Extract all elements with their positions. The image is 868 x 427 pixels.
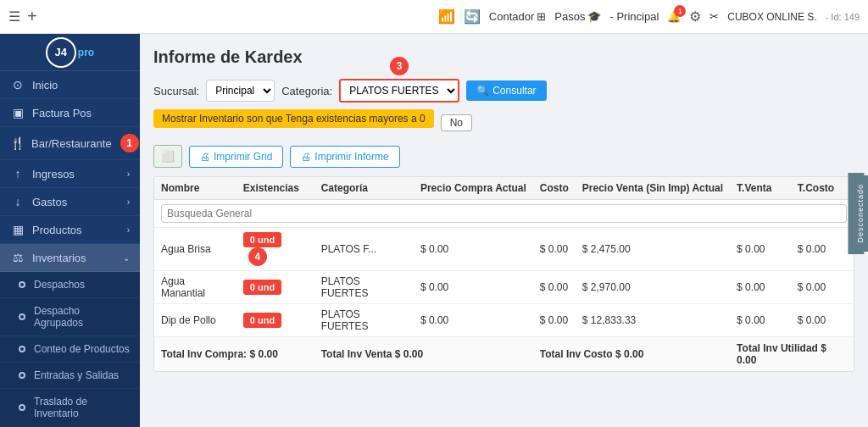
info-bar: Mostrar Inventario son que Tenga existen… <box>153 109 434 128</box>
sidebar-label-traslado: Traslado de Inventario <box>34 396 130 419</box>
menu-icon[interactable]: ☰ <box>8 8 20 25</box>
sidebar-label-gastos: Gastos <box>32 196 120 208</box>
cell-tventa-2: $ 0.00 <box>730 304 791 337</box>
settings-icon[interactable]: ⚙ <box>689 8 701 25</box>
logo-j4: J4 <box>55 46 67 58</box>
sidebar-item-factura-pos[interactable]: ▣ Factura Pos <box>0 99 140 127</box>
cell-costo-1: $ 0.00 <box>533 271 576 304</box>
sucursal-select[interactable]: Principal <box>206 80 275 102</box>
bar-icon: 🍴 <box>10 136 25 150</box>
kardex-table-wrapper: Nombre Existencias Categoría Precio Comp… <box>153 176 854 372</box>
action-row: ⬜ 🖨 Imprimir Grid 🖨 Imprimir Informe <box>153 145 854 168</box>
cell-costo-0: $ 0.00 <box>533 228 576 271</box>
sidebar-item-productos[interactable]: ▦ Productos › <box>0 216 140 244</box>
info-text: Mostrar Inventario son que Tenga existen… <box>162 113 426 125</box>
categoria-select[interactable]: PLATOS FUERTES <box>339 79 459 103</box>
cell-costo-2: $ 0.00 <box>533 304 576 337</box>
imprimir-informe-button[interactable]: 🖨 Imprimir Informe <box>290 146 399 168</box>
sidebar-item-conteo-productos[interactable]: Conteo de Productos <box>0 336 140 363</box>
sidebar-item-bar-restaurante[interactable]: 🍴 Bar/Restaurante 1 › <box>0 127 140 160</box>
table-search-row <box>154 200 854 228</box>
notifications[interactable]: 🔔 1 <box>667 10 681 23</box>
pasos-hat-icon: 🎓 <box>587 10 601 23</box>
cell-categoria-0: PLATOS F... <box>314 228 414 271</box>
pasos-label: Pasos <box>554 10 585 23</box>
annotation-3: 3 <box>390 57 409 75</box>
sidebar-item-ingresos[interactable]: ↑ Ingresos › <box>0 160 140 188</box>
sidebar-label-despachos: Despachos <box>34 279 130 291</box>
kardex-table: Nombre Existencias Categoría Precio Comp… <box>154 177 854 371</box>
sync-icon[interactable]: 🔄 <box>464 8 481 25</box>
sidebar-item-gastos[interactable]: ↓ Gastos › <box>0 188 140 216</box>
total-inv-utilidad: Total Inv Utilidad $ 0.00 <box>730 337 854 372</box>
inventarios-arrow: ⌄ <box>123 253 130 263</box>
factura-icon: ▣ <box>10 106 25 119</box>
content-area: Informe de Kardex Sucursal: Principal Ca… <box>140 34 868 427</box>
sidebar-label-inventarios: Inventarios <box>32 252 116 264</box>
sidebar-label-productos: Productos <box>32 224 120 236</box>
ingresos-arrow: › <box>127 169 130 179</box>
sidebar-item-inventarios[interactable]: ⚖ Inventarios ⌄ <box>0 244 140 272</box>
print-informe-icon: 🖨 <box>301 151 311 163</box>
cell-nombre-0: Agua Brisa <box>154 228 236 271</box>
search-input[interactable] <box>161 204 847 223</box>
sidebar-item-despachos[interactable]: Despachos <box>0 272 140 298</box>
annotation-4: 4 <box>248 247 267 266</box>
sucursal-label: Sucursal: <box>153 85 199 97</box>
no-button[interactable]: No <box>441 114 472 131</box>
desconectado-bar-fixed: Desconectado <box>853 175 868 252</box>
despacho-agrupados-dot <box>19 313 25 320</box>
totals-row: Total Inv Compra: $ 0.00 Total Inv Venta… <box>154 337 854 372</box>
categoria-label: Categoria: <box>281 85 332 97</box>
col-precio-compra: Precio Compra Actual <box>414 177 533 200</box>
notification-count: 1 <box>674 5 686 17</box>
col-tventa: T.Venta <box>730 177 791 200</box>
existencias-badge-2: 0 und <box>243 313 281 328</box>
despachos-dot <box>19 281 25 288</box>
table-row: Dip de Pollo 0 und PLATOS FUERTES $ 0.00… <box>154 304 854 337</box>
traslado-dot <box>19 404 25 411</box>
conteo-dot <box>19 346 25 352</box>
pasos-section: Pasos 🎓 <box>554 10 601 23</box>
logo-pro: pro <box>78 47 94 58</box>
cell-categoria-2: PLATOS FUERTES <box>314 304 414 337</box>
add-icon[interactable]: + <box>27 7 37 26</box>
cell-precio-venta-0: $ 2,475.00 <box>576 228 730 271</box>
cell-categoria-1: PLATOS FUERTES <box>314 271 414 304</box>
inicio-icon: ⊙ <box>10 78 25 92</box>
existencias-badge-0: 0 und <box>243 232 281 247</box>
cell-nombre-1: Agua Manantial <box>154 271 236 304</box>
cell-precio-compra-0: $ 0.00 <box>414 228 533 271</box>
page-title: Informe de Kardex <box>153 47 854 67</box>
annotation-1: 1 <box>120 134 139 152</box>
table-row: Agua Brisa 0 und 4 PLATOS F... $ 0.00 $ … <box>154 228 854 271</box>
cell-precio-compra-1: $ 0.00 <box>414 271 533 304</box>
main-layout: J4 pro ⊙ Inicio ▣ Factura Pos 🍴 Bar/Rest… <box>0 34 868 427</box>
table-header-row: Nombre Existencias Categoría Precio Comp… <box>154 177 854 200</box>
sidebar-item-entradas-salidas[interactable]: Entradas y Salidas <box>0 363 140 389</box>
scissor-icon: ✂ <box>709 10 719 23</box>
sidebar-item-inicio[interactable]: ⊙ Inicio <box>0 71 140 99</box>
cell-existencias-1: 0 und <box>236 271 314 304</box>
filter-row: Sucursal: Principal Categoria: 3 PLATOS … <box>153 79 854 103</box>
col-tcosto: T.Costo <box>791 177 854 200</box>
cell-nombre-2: Dip de Pollo <box>154 304 236 337</box>
inventarios-icon: ⚖ <box>10 251 25 264</box>
sidebar-label-ingresos: Ingresos <box>32 168 120 180</box>
sidebar-label-despacho-agrupados: Despacho Agrupados <box>34 305 130 329</box>
cell-existencias-2: 0 und <box>236 304 314 337</box>
total-inv-venta: Total Inv Venta $ 0.00 <box>314 337 533 372</box>
user-label: CUBOX ONLINE S. <box>727 11 816 23</box>
sidebar-item-traslado[interactable]: Traslado de Inventario <box>0 389 140 427</box>
gastos-icon: ↓ <box>10 195 25 208</box>
cell-existencias-0: 0 und 4 <box>236 228 314 271</box>
total-inv-costo: Total Inv Costo $ 0.00 <box>533 337 730 372</box>
sidebar-item-despacho-agrupados[interactable]: Despacho Agrupados <box>0 298 140 336</box>
imprimir-grid-button[interactable]: 🖨 Imprimir Grid <box>189 146 283 168</box>
consultar-button[interactable]: 🔍 Consultar <box>466 80 546 101</box>
cell-tcosto-1: $ 0.00 <box>791 271 854 304</box>
col-costo: Costo <box>533 177 576 200</box>
export-button[interactable]: ⬜ <box>153 145 182 168</box>
sidebar-label-entradas: Entradas y Salidas <box>34 369 130 381</box>
search-icon: 🔍 <box>476 85 489 97</box>
